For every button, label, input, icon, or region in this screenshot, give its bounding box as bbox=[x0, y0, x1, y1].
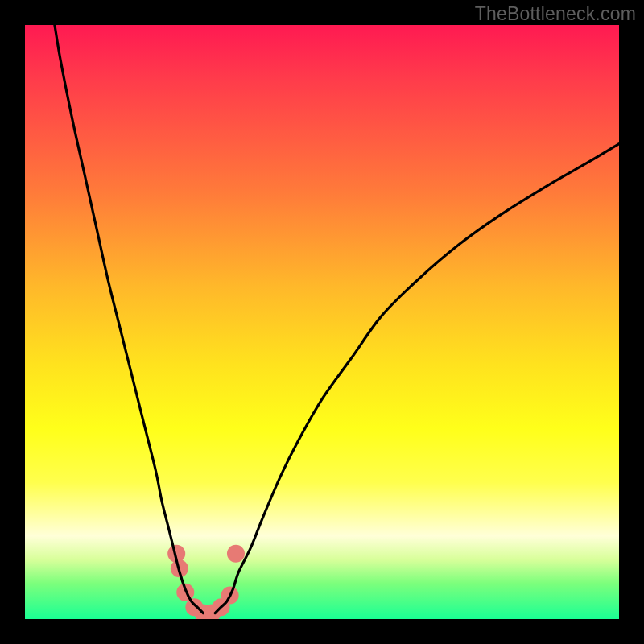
curve-right-branch bbox=[215, 144, 619, 613]
plot-area bbox=[25, 25, 619, 619]
marker-layer bbox=[167, 545, 245, 619]
watermark-text: TheBottleneck.com bbox=[475, 3, 636, 25]
bottleneck-curve bbox=[25, 25, 619, 619]
curve-marker bbox=[227, 545, 245, 563]
chart-frame: TheBottleneck.com bbox=[0, 0, 644, 644]
curve-left-branch bbox=[55, 25, 204, 613]
